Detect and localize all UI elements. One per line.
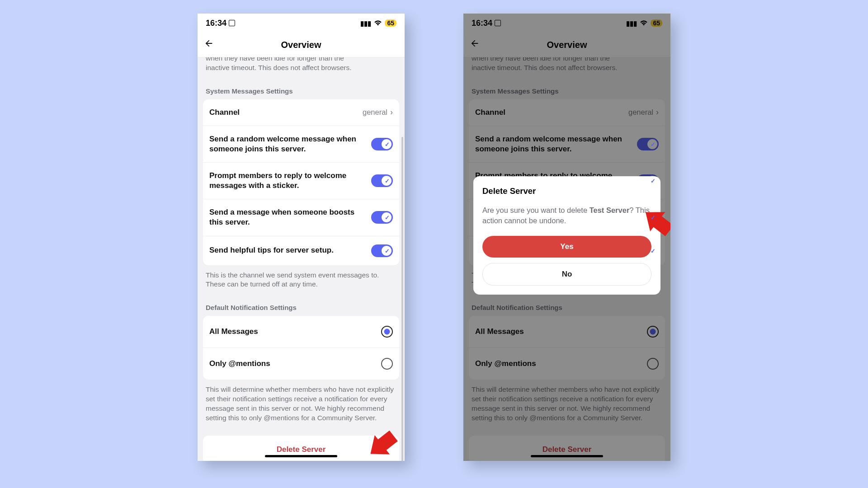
- status-time: 16:34: [206, 19, 235, 28]
- page-title: Overview: [281, 40, 321, 50]
- calendar-icon: [229, 20, 235, 26]
- only-mentions-row[interactable]: Only @mentions: [203, 348, 399, 380]
- welcome-toggle-row: Send a random welcome message when someo…: [203, 126, 399, 163]
- channel-label: Channel: [209, 108, 248, 117]
- channel-row[interactable]: Channel general ›: [203, 99, 399, 126]
- section-header-system: System Messages Settings: [203, 73, 399, 99]
- scrollbar[interactable]: [401, 137, 403, 461]
- all-messages-row[interactable]: All Messages: [203, 316, 399, 348]
- home-indicator: [265, 455, 337, 457]
- status-bar: 16:34 ▮▮▮ 65: [198, 14, 405, 33]
- tips-toggle[interactable]: ✓: [371, 244, 393, 257]
- phone-dialog: 16:34 ▮▮▮ 65 Overview when they have bee…: [463, 14, 670, 461]
- system-footer: This is the channel we send system event…: [203, 265, 399, 290]
- channel-value: general: [363, 108, 387, 117]
- chevron-right-icon: ›: [390, 108, 393, 117]
- boost-toggle-row: Send a message when someone boosts this …: [203, 199, 399, 236]
- truncated-helper: when they have been idle for longer than…: [203, 57, 399, 73]
- back-button[interactable]: [204, 38, 214, 51]
- sticker-toggle[interactable]: ✓: [371, 174, 393, 187]
- confirm-yes-button[interactable]: Yes: [482, 236, 651, 258]
- delete-confirm-dialog: Delete Server Are you sure you want to d…: [473, 176, 660, 295]
- welcome-toggle[interactable]: ✓: [371, 138, 393, 150]
- system-messages-card: Channel general › Send a random welcome …: [203, 99, 399, 265]
- wifi-icon: [374, 20, 382, 27]
- only-mentions-radio[interactable]: [381, 358, 393, 370]
- tips-toggle-row: Send helpful tips for server setup. ✓: [203, 236, 399, 265]
- boost-toggle[interactable]: ✓: [371, 211, 393, 224]
- notifications-footer: This will determine whether members who …: [203, 380, 399, 423]
- confirm-no-button[interactable]: No: [482, 263, 651, 286]
- dialog-body: Are you sure you want to delete Test Ser…: [482, 205, 651, 226]
- all-messages-radio[interactable]: [381, 326, 393, 338]
- dialog-title: Delete Server: [482, 186, 651, 196]
- section-header-notifications: Default Notification Settings: [203, 289, 399, 316]
- cellular-icon: ▮▮▮: [360, 20, 371, 27]
- phone-settings: 16:34 ▮▮▮ 65 Overview when they have bee…: [198, 14, 405, 461]
- sticker-toggle-row: Prompt members to reply to welcome messa…: [203, 163, 399, 199]
- notifications-card: All Messages Only @mentions: [203, 316, 399, 380]
- navbar: Overview: [198, 33, 405, 57]
- battery-indicator: 65: [385, 19, 396, 27]
